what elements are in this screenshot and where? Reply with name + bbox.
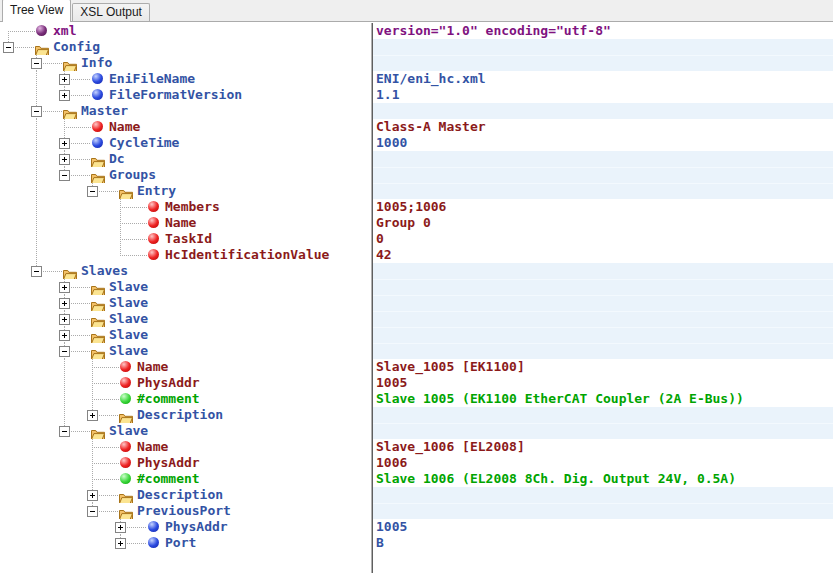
node-value-cell[interactable]: version="1.0" encoding="utf-8" bbox=[373, 23, 833, 39]
node-value-cell[interactable]: 1005 bbox=[373, 519, 833, 535]
node-value-cell[interactable]: 1.1 bbox=[373, 87, 833, 103]
tree-node-label[interactable]: Name bbox=[165, 215, 196, 231]
tree-node-label[interactable]: Slave bbox=[109, 423, 148, 439]
tree-line bbox=[36, 119, 37, 135]
tree-node-label[interactable]: PhysAddr bbox=[137, 375, 200, 391]
tree-node-label[interactable]: PhysAddr bbox=[165, 519, 228, 535]
collapse-icon[interactable] bbox=[3, 42, 14, 53]
node-value-cell[interactable]: 1005 bbox=[373, 375, 833, 391]
tree-node-label[interactable]: Master bbox=[81, 103, 128, 119]
expand-icon[interactable] bbox=[87, 410, 98, 421]
tree-node: xml bbox=[0, 23, 371, 39]
collapse-icon[interactable] bbox=[87, 506, 98, 517]
tree-node-label[interactable]: PhysAddr bbox=[137, 455, 200, 471]
tree-node-label[interactable]: TaskId bbox=[165, 231, 212, 247]
tree-node-label[interactable]: Port bbox=[165, 535, 196, 551]
expand-icon[interactable] bbox=[59, 154, 70, 165]
tree-line bbox=[99, 495, 119, 496]
tree-node-label[interactable]: HcIdentificationValue bbox=[165, 247, 329, 263]
expand-icon[interactable] bbox=[115, 522, 126, 533]
tree-node-label[interactable]: CycleTime bbox=[109, 135, 179, 151]
tree-node-label[interactable]: #comment bbox=[137, 391, 200, 407]
tree-row: #commentSlave 1006 (EL2008 8Ch. Dig. Out… bbox=[0, 471, 833, 487]
collapse-icon[interactable] bbox=[59, 170, 70, 181]
expand-icon[interactable] bbox=[59, 298, 70, 309]
collapse-icon[interactable] bbox=[59, 426, 70, 437]
tree-node-label[interactable]: Config bbox=[53, 39, 100, 55]
tree-node-label[interactable]: Slave bbox=[109, 343, 148, 359]
tree-node-label[interactable]: Slave bbox=[109, 279, 148, 295]
tree-row: NameSlave_1005 [EK1100] bbox=[0, 359, 833, 375]
node-value-cell[interactable]: B bbox=[373, 535, 833, 551]
expand-icon[interactable] bbox=[59, 330, 70, 341]
tree-node-label[interactable]: Name bbox=[137, 439, 168, 455]
tree-node-label[interactable]: Dc bbox=[109, 151, 125, 167]
tree-row: Slave bbox=[0, 423, 833, 439]
tree-line bbox=[64, 119, 65, 127]
tree-row: Config bbox=[0, 39, 833, 55]
tab-xsl-output[interactable]: XSL Output bbox=[72, 3, 150, 21]
expand-icon[interactable] bbox=[59, 314, 70, 325]
tree-line bbox=[92, 463, 93, 471]
tree-node-label[interactable]: Info bbox=[81, 55, 112, 71]
tree-line bbox=[92, 383, 119, 384]
expand-icon[interactable] bbox=[87, 490, 98, 501]
node-value-cell[interactable]: Slave_1005 [EK1100] bbox=[373, 359, 833, 375]
expand-icon[interactable] bbox=[59, 138, 70, 149]
node-value-cell[interactable]: Class-A Master bbox=[373, 119, 833, 135]
tree-node: PhysAddr bbox=[0, 375, 371, 391]
tree-node-label[interactable]: Members bbox=[165, 199, 220, 215]
node-value-cell[interactable]: 1006 bbox=[373, 455, 833, 471]
tree-row: FileFormatVersion1.1 bbox=[0, 87, 833, 103]
tree-node-label[interactable]: Name bbox=[137, 359, 168, 375]
tree-node-label[interactable]: PreviousPort bbox=[137, 503, 231, 519]
tree-row: Slave bbox=[0, 311, 833, 327]
tree-node-label[interactable]: Slave bbox=[109, 311, 148, 327]
tree-node-label[interactable]: Name bbox=[109, 119, 140, 135]
tree-node-label[interactable]: FileFormatVersion bbox=[109, 87, 242, 103]
collapse-icon[interactable] bbox=[87, 186, 98, 197]
tree-row: Members1005;1006 bbox=[0, 199, 833, 215]
tree-node-label[interactable]: Slave bbox=[109, 295, 148, 311]
expand-icon[interactable] bbox=[59, 74, 70, 85]
tree-line bbox=[92, 367, 93, 375]
tree-line bbox=[71, 351, 91, 352]
node-value-cell[interactable]: Slave 1005 (EK1100 EtherCAT Coupler (2A … bbox=[373, 391, 833, 407]
tree-node: FileFormatVersion bbox=[0, 87, 371, 103]
tree-node-label[interactable]: Entry bbox=[137, 183, 176, 199]
node-value-cell[interactable]: Slave_1006 [EL2008] bbox=[373, 439, 833, 455]
tree-row: EniFileNameENI/eni_hc.xml bbox=[0, 71, 833, 87]
node-value-cell[interactable]: 42 bbox=[373, 247, 833, 263]
tree-node-label[interactable]: Slave bbox=[109, 327, 148, 343]
tree-node-label[interactable]: Groups bbox=[109, 167, 156, 183]
expand-icon[interactable] bbox=[59, 90, 70, 101]
collapse-icon[interactable] bbox=[31, 58, 42, 69]
node-value-cell[interactable]: Group 0 bbox=[373, 215, 833, 231]
collapse-icon[interactable] bbox=[31, 106, 42, 117]
tree-node-label[interactable]: #comment bbox=[137, 471, 200, 487]
node-value-cell[interactable]: 1005;1006 bbox=[373, 199, 833, 215]
tree-node-label[interactable]: Description bbox=[137, 487, 223, 503]
collapse-icon[interactable] bbox=[31, 266, 42, 277]
tree-node-label[interactable]: Description bbox=[137, 407, 223, 423]
tree-node-label[interactable]: Slaves bbox=[81, 263, 128, 279]
tree-node-label[interactable]: EniFileName bbox=[109, 71, 195, 87]
tree-node: HcIdentificationValue bbox=[0, 247, 371, 263]
collapse-icon[interactable] bbox=[59, 346, 70, 357]
expand-icon[interactable] bbox=[59, 282, 70, 293]
pane-splitter[interactable] bbox=[371, 23, 373, 573]
tab-tree-view[interactable]: Tree View bbox=[2, 0, 71, 22]
tree-row: Entry bbox=[0, 183, 833, 199]
tree-line bbox=[127, 527, 147, 528]
tree-line bbox=[120, 247, 121, 255]
tree-row: Slaves bbox=[0, 263, 833, 279]
tree-node-label[interactable]: xml bbox=[53, 23, 76, 39]
tree-row: PhysAddr1006 bbox=[0, 455, 833, 471]
node-value-cell[interactable]: 0 bbox=[373, 231, 833, 247]
expand-icon[interactable] bbox=[115, 538, 126, 549]
tree-line bbox=[92, 375, 93, 383]
node-value-cell[interactable]: ENI/eni_hc.xml bbox=[373, 71, 833, 87]
tree-line bbox=[71, 303, 91, 304]
node-value-cell[interactable]: Slave 1006 (EL2008 8Ch. Dig. Output 24V,… bbox=[373, 471, 833, 487]
node-value-cell[interactable]: 1000 bbox=[373, 135, 833, 151]
